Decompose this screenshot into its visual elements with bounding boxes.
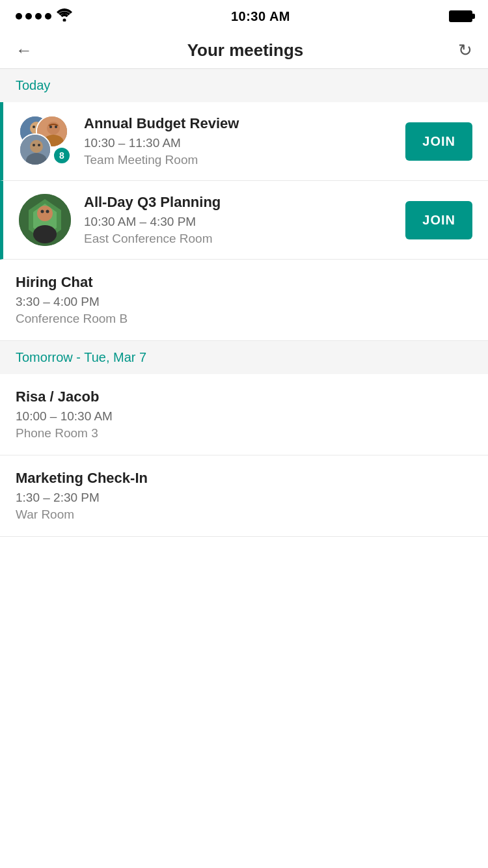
signal-dot-2 xyxy=(25,13,32,20)
signal-dots xyxy=(16,13,51,20)
status-time: 10:30 AM xyxy=(231,9,290,24)
svg-point-0 xyxy=(63,18,66,21)
meeting-room: War Room xyxy=(16,508,472,522)
meeting-title: Risa / Jacob xyxy=(16,388,472,405)
meeting-item-risa-jacob: Risa / Jacob 10:00 – 10:30 AM Phone Room… xyxy=(0,374,488,455)
meeting-info-annual-budget: Annual Budget Review 10:30 – 11:30 AM Te… xyxy=(84,115,405,167)
signal-dot-3 xyxy=(35,13,42,20)
section-header-today: Today xyxy=(0,69,488,102)
svg-point-19 xyxy=(37,206,53,221)
meeting-title: All-Day Q3 Planning xyxy=(84,194,405,211)
avatar-q3 xyxy=(19,194,71,246)
svg-point-22 xyxy=(46,210,49,213)
svg-point-9 xyxy=(49,126,52,128)
signal-dot-4 xyxy=(45,13,51,20)
meeting-time: 10:00 – 10:30 AM xyxy=(16,409,472,424)
meeting-item-hiring-chat: Hiring Chat 3:30 – 4:00 PM Conference Ro… xyxy=(0,260,488,341)
page-title: Your meetings xyxy=(187,40,304,61)
meeting-item-marketing-checkin: Marketing Check-In 1:30 – 2:30 PM War Ro… xyxy=(0,455,488,537)
app-header: ← Your meetings ↻ xyxy=(0,33,488,69)
avatar-badge: 8 xyxy=(53,146,71,165)
status-bar: 10:30 AM xyxy=(0,0,488,33)
meeting-title: Annual Budget Review xyxy=(84,115,405,132)
svg-point-20 xyxy=(33,225,57,243)
meeting-time: 3:30 – 4:00 PM xyxy=(16,295,472,309)
meeting-title: Marketing Check-In xyxy=(16,470,472,487)
svg-point-21 xyxy=(41,210,44,213)
meeting-time: 1:30 – 2:30 PM xyxy=(16,491,472,505)
avatars-annual-budget: 8 xyxy=(19,115,71,167)
meeting-room: Conference Room B xyxy=(16,312,472,326)
meeting-time: 10:30 – 11:30 AM xyxy=(84,136,405,150)
svg-point-4 xyxy=(33,126,35,128)
meeting-item-q3-planning: All-Day Q3 Planning 10:30 AM – 4:30 PM E… xyxy=(0,181,488,260)
meeting-title: Hiring Chat xyxy=(16,274,472,291)
meeting-room: Team Meeting Room xyxy=(84,153,405,167)
join-button-annual-budget[interactable]: JOIN xyxy=(405,122,472,161)
battery-icon xyxy=(449,10,472,22)
meeting-room: Phone Room 3 xyxy=(16,426,472,441)
signal-dot-1 xyxy=(16,13,22,20)
meeting-time: 10:30 AM – 4:30 PM xyxy=(84,215,405,229)
svg-point-15 xyxy=(38,144,40,146)
status-left xyxy=(16,8,72,25)
meeting-info-q3-planning: All-Day Q3 Planning 10:30 AM – 4:30 PM E… xyxy=(84,194,405,246)
meeting-room: East Conference Room xyxy=(84,232,405,246)
refresh-button[interactable]: ↻ xyxy=(458,40,472,61)
join-button-q3-planning[interactable]: JOIN xyxy=(405,201,472,239)
wifi-icon xyxy=(57,8,72,25)
svg-point-10 xyxy=(55,126,57,128)
meeting-item-annual-budget: 8 Annual Budget Review 10:30 – 11:30 AM … xyxy=(0,102,488,181)
section-header-tomorrow: Tomorrow - Tue, Mar 7 xyxy=(0,341,488,374)
avatar-3 xyxy=(19,133,51,166)
svg-point-12 xyxy=(30,140,43,153)
svg-point-14 xyxy=(33,144,35,146)
back-button[interactable]: ← xyxy=(16,40,33,61)
